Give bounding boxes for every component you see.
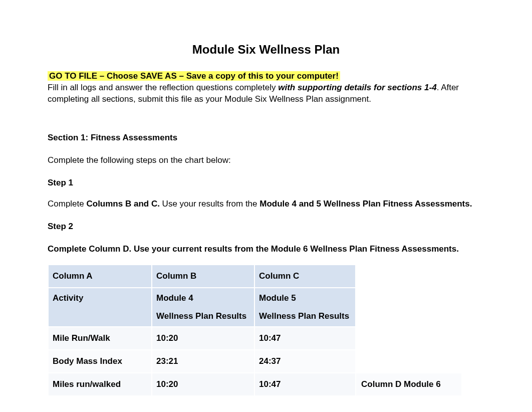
step1-mid: Use your results from the bbox=[160, 199, 259, 209]
section-1-title: Section 1: Fitness Assessments bbox=[48, 133, 484, 143]
col-d-header2-empty bbox=[356, 288, 461, 326]
activity-cell: Miles run/walked bbox=[49, 373, 151, 395]
module-5-cell: 10:47 bbox=[255, 327, 355, 349]
table-header-row-2: Activity Module 4 Wellness Plan Results … bbox=[49, 288, 461, 326]
table-row: Mile Run/Walk 10:20 10:47 bbox=[49, 327, 461, 349]
col-d-cell: Column D Module 6 bbox=[356, 373, 461, 395]
table-row: Miles run/walked 10:20 10:47 Column D Mo… bbox=[49, 373, 461, 395]
module-5-cell: 24:37 bbox=[255, 350, 355, 372]
module-5-sub: Wellness Plan Results bbox=[259, 311, 351, 321]
section-1-intro: Complete the following steps on the char… bbox=[48, 155, 484, 165]
col-d-header-empty bbox=[356, 265, 461, 287]
step-2-title: Step 2 bbox=[48, 222, 484, 232]
module-4-sub: Wellness Plan Results bbox=[156, 311, 250, 321]
module-4-header: Module 4 Wellness Plan Results bbox=[152, 288, 254, 326]
module-4-cell: 23:21 bbox=[152, 350, 254, 372]
assessment-table: Column A Column B Column C Activity Modu… bbox=[48, 264, 462, 396]
module-4-cell: 10:20 bbox=[152, 373, 254, 395]
step1-bold2: Module 4 and 5 Wellness Plan Fitness Ass… bbox=[259, 199, 472, 209]
activity-cell: Mile Run/Walk bbox=[49, 327, 151, 349]
col-d-empty bbox=[356, 327, 461, 349]
col-c-header: Column C bbox=[255, 265, 355, 287]
intro-block: GO TO FILE – Choose SAVE AS – Save a cop… bbox=[48, 71, 484, 105]
activity-cell: Body Mass Index bbox=[49, 350, 151, 372]
module-4-cell: 10:20 bbox=[152, 327, 254, 349]
activity-header: Activity bbox=[49, 288, 151, 326]
table-header-row-1: Column A Column B Column C bbox=[49, 265, 461, 287]
page-title: Module Six Wellness Plan bbox=[48, 43, 484, 57]
col-d-empty bbox=[356, 350, 461, 372]
module-4-label: Module 4 bbox=[156, 293, 193, 303]
step1-pre: Complete bbox=[48, 199, 84, 209]
highlight-instruction: GO TO FILE – Choose SAVE AS – Save a cop… bbox=[48, 71, 340, 81]
intro-text-pre: Fill in all logs and answer the reflecti… bbox=[48, 83, 278, 92]
col-a-header: Column A bbox=[49, 265, 151, 287]
module-5-header: Module 5 Wellness Plan Results bbox=[255, 288, 355, 326]
step-1-body: Complete Columns B and C. Use your resul… bbox=[48, 199, 484, 209]
step-1-title: Step 1 bbox=[48, 178, 484, 188]
intro-emph: with supporting details for sections 1-4 bbox=[278, 83, 436, 92]
module-5-label: Module 5 bbox=[259, 293, 296, 303]
table-row: Body Mass Index 23:21 24:37 bbox=[49, 350, 461, 372]
module-5-cell: 10:47 bbox=[255, 373, 355, 395]
step-2-body: Complete Column D. Use your current resu… bbox=[48, 244, 484, 254]
col-b-header: Column B bbox=[152, 265, 254, 287]
step1-bold1: Columns B and C. bbox=[84, 199, 160, 209]
